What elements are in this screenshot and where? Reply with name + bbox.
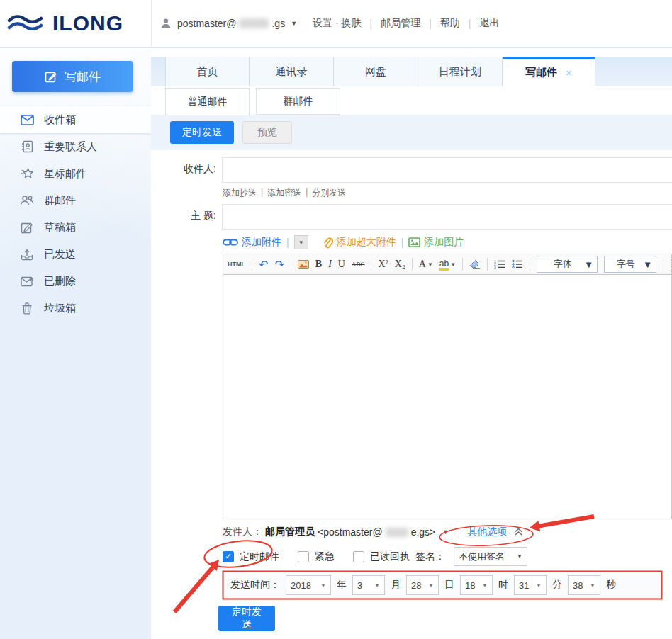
- email-blur: [386, 528, 408, 537]
- italic-button[interactable]: I: [328, 259, 332, 270]
- minute-select[interactable]: 31▼: [514, 575, 547, 595]
- minute-unit: 分: [552, 579, 562, 592]
- top-menu: 设置 - 换肤 | 邮局管理 | 帮助 | 退出: [313, 17, 499, 30]
- menu-help[interactable]: 帮助: [440, 17, 460, 30]
- deleted-mail-icon: [20, 274, 34, 288]
- undo-icon[interactable]: ↶: [259, 258, 268, 271]
- menu-logout[interactable]: 退出: [479, 17, 499, 30]
- email-blur: [239, 18, 269, 28]
- add-bcc-link[interactable]: 添加密送: [267, 187, 301, 199]
- compose-button[interactable]: 写邮件: [12, 61, 133, 92]
- subtab-group-mail[interactable]: 群邮件: [256, 88, 340, 115]
- attachment-row: 添加附件 | ▼ 添加超大附件 | 添加图片: [223, 234, 464, 251]
- send-time-row: 发送时间： 2018▼ 年 3▼ 月 28▼ 日 18▼ 时 31▼ 分 38▼…: [223, 571, 662, 599]
- tab-home[interactable]: 首页: [165, 57, 250, 86]
- sidebar-menu: 收件箱 重要联系人 星标邮件: [0, 106, 151, 322]
- editor-toolbar: HTML ↶ ↷ B I U ABC X² X₂ A ▼ ab ▼: [223, 254, 672, 275]
- attach-separator: |: [286, 237, 289, 248]
- bullet-list-icon[interactable]: [512, 259, 523, 269]
- add-image-link[interactable]: 添加图片: [408, 236, 464, 249]
- scheduled-mail-checkbox[interactable]: ✓: [223, 551, 234, 562]
- sidebar-item-important-contacts[interactable]: 重要联系人: [0, 133, 151, 160]
- highlight-button[interactable]: ab ▼: [439, 259, 456, 271]
- superscript-button[interactable]: X²: [378, 259, 388, 270]
- link-separator: |: [261, 187, 263, 199]
- eraser-icon[interactable]: [469, 259, 481, 269]
- font-size-select[interactable]: 字号 ▼: [604, 256, 656, 273]
- scheduled-mail-label: 定时邮件: [240, 550, 279, 563]
- tab-netdisk[interactable]: 网盘: [334, 57, 418, 86]
- font-color-button[interactable]: A ▼: [419, 259, 433, 270]
- sidebar-item-trash[interactable]: 垃圾箱: [0, 295, 151, 322]
- sidebar-item-inbox[interactable]: 收件箱: [0, 106, 151, 133]
- header: ILONG postmaster@ .gs ▼ 设置 - 换肤 | 邮局管理 |…: [0, 0, 672, 48]
- read-receipt-checkbox[interactable]: [353, 551, 364, 562]
- inbox-icon: [20, 113, 34, 127]
- draft-icon: [20, 220, 34, 234]
- signature-select[interactable]: 不使用签名 ▼: [454, 547, 527, 566]
- add-cc-link[interactable]: 添加抄送: [223, 187, 257, 199]
- tab-contacts[interactable]: 通讯录: [250, 57, 334, 86]
- redo-icon[interactable]: ↷: [274, 258, 284, 271]
- sidebar-item-group-mail[interactable]: 群邮件: [0, 187, 151, 214]
- year-select[interactable]: 2018▼: [286, 575, 331, 595]
- ordered-list-icon[interactable]: 1 2 3: [494, 259, 505, 269]
- menu-separator: |: [370, 18, 373, 29]
- send-time-label: 发送时间：: [230, 579, 280, 592]
- other-options-link[interactable]: 其他选项: [467, 526, 507, 538]
- svg-text:3: 3: [494, 266, 496, 270]
- attachment-dropdown-button[interactable]: ▼: [294, 235, 308, 249]
- menu-post-admin[interactable]: 邮局管理: [381, 17, 420, 30]
- user-email[interactable]: postmaster@ .gs: [177, 18, 285, 29]
- sidebar-item-drafts[interactable]: 草稿箱: [0, 214, 151, 241]
- menu-separator: |: [429, 18, 432, 29]
- second-unit: 秒: [606, 579, 616, 592]
- font-family-select[interactable]: 字体 ▼: [537, 256, 598, 273]
- html-source-button[interactable]: HTML: [228, 261, 245, 268]
- tab-schedule[interactable]: 日程计划: [418, 57, 503, 86]
- tab-close-icon[interactable]: ×: [566, 67, 572, 79]
- sidebar-item-starred[interactable]: 星标邮件: [0, 160, 151, 187]
- collapse-chevron-icon[interactable]: [514, 528, 523, 536]
- schedule-send-button-bottom[interactable]: 定时发送: [218, 606, 275, 631]
- subscript-button[interactable]: X₂: [395, 259, 405, 270]
- preview-button[interactable]: 预览: [242, 121, 292, 144]
- tab-compose[interactable]: 写邮件 ×: [503, 57, 595, 86]
- recipient-input[interactable]: [222, 157, 672, 183]
- schedule-send-button-top[interactable]: 定时发送: [170, 121, 234, 144]
- menu-settings-skin[interactable]: 设置 - 换肤: [313, 17, 361, 30]
- strikethrough-button[interactable]: ABC: [352, 261, 365, 268]
- logo: ILONG: [0, 0, 151, 47]
- bold-button[interactable]: B: [315, 259, 322, 270]
- link-separator: |: [306, 187, 308, 199]
- cc-bcc-links: 添加抄送 | 添加密送 | 分别发送: [223, 187, 346, 199]
- month-select[interactable]: 3▼: [352, 575, 385, 595]
- add-large-attachment-link[interactable]: 添加超大附件: [323, 236, 396, 249]
- compose-subtabs: 普通邮件 群邮件: [165, 88, 340, 115]
- image-icon: [408, 237, 420, 247]
- subtab-normal-mail[interactable]: 普通邮件: [165, 88, 250, 115]
- check-icon: ✓: [225, 552, 231, 561]
- day-select[interactable]: 28▼: [406, 575, 439, 595]
- second-select[interactable]: 38▼: [568, 575, 600, 595]
- editor-body[interactable]: [223, 275, 672, 519]
- subject-input[interactable]: [222, 204, 672, 230]
- group-icon: [20, 193, 34, 208]
- user-dropdown-caret-icon[interactable]: ▼: [291, 20, 297, 27]
- subject-label: 主 题:: [151, 210, 216, 222]
- hour-select[interactable]: 18▼: [460, 575, 493, 595]
- underline-button[interactable]: U: [338, 259, 345, 270]
- add-attachment-link[interactable]: 添加附件: [223, 236, 281, 249]
- sidebar-item-sent[interactable]: 已发送: [0, 241, 151, 268]
- compose-action-bar: 定时发送 预览: [151, 115, 672, 150]
- from-dropdown-caret-icon[interactable]: ▼: [442, 528, 449, 536]
- trash-icon: [20, 301, 34, 315]
- urgent-label: 紧急: [315, 550, 335, 563]
- insert-image-icon[interactable]: [298, 260, 309, 269]
- sidebar: 写邮件 收件箱 重要联系人: [0, 50, 151, 639]
- month-unit: 月: [391, 579, 401, 592]
- urgent-checkbox[interactable]: [298, 551, 309, 562]
- from-row: 发件人： 邮局管理员 <postmaster@ e.gs> ▼ 其他选项: [223, 526, 523, 538]
- sidebar-item-deleted[interactable]: 已删除: [0, 268, 151, 295]
- send-separately-link[interactable]: 分别发送: [312, 187, 346, 199]
